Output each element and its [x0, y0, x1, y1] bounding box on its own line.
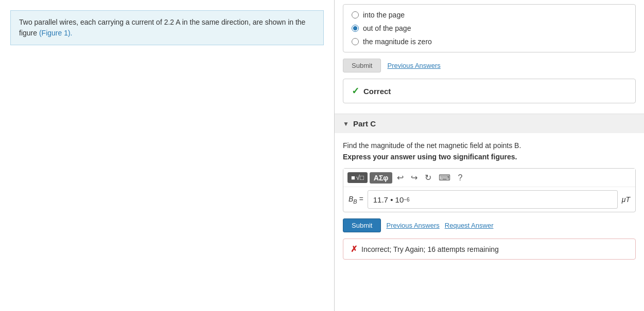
- radio-option-out-of-page[interactable]: out of the page: [352, 24, 627, 32]
- correct-label: Correct: [363, 87, 391, 96]
- part-c-content: Find the magnitude of the net magnetic f…: [335, 133, 644, 268]
- x-icon: ✗: [351, 244, 357, 254]
- part-c-instruction: Express your answer using two significan…: [343, 153, 636, 161]
- triangle-icon: ▼: [343, 120, 349, 127]
- correct-box: ✓ Correct: [343, 79, 636, 103]
- check-icon: ✓: [352, 85, 359, 97]
- radio-options-box: into the page out of the page the magnit…: [343, 4, 636, 52]
- figure-link[interactable]: (Figure 1).: [39, 29, 73, 37]
- math-refresh-btn[interactable]: ↻: [422, 172, 434, 184]
- right-panel: into the page out of the page the magnit…: [335, 0, 644, 311]
- previous-answers-link-part-c[interactable]: Previous Answers: [386, 222, 439, 229]
- request-answer-link[interactable]: Request Answer: [445, 222, 494, 229]
- math-equation-label: BB =: [349, 195, 363, 205]
- math-input-row: BB = 11.7 • 10−6 μT: [343, 187, 635, 212]
- part-c-label: Part C: [353, 119, 376, 128]
- math-keyboard-btn[interactable]: ⌨: [436, 172, 453, 184]
- radio-into-page[interactable]: [352, 11, 359, 19]
- part-c-header: ▼ Part C: [335, 114, 644, 133]
- part-c-description: Find the magnitude of the net magnetic f…: [343, 141, 636, 150]
- math-alpha-btn[interactable]: ΑΣφ: [370, 172, 393, 184]
- math-help-btn[interactable]: ?: [455, 172, 465, 184]
- radio-magnitude-zero-label: the magnitude is zero: [363, 38, 432, 46]
- radio-magnitude-zero[interactable]: [352, 38, 359, 45]
- incorrect-box: ✗ Incorrect; Try Again; 16 attempts rema…: [343, 239, 636, 260]
- radio-into-page-label: into the page: [363, 11, 405, 19]
- question-text-box: Two parallel wires, each carrying a curr…: [10, 10, 324, 45]
- math-undo-btn[interactable]: ↩: [394, 172, 406, 184]
- math-format-btn[interactable]: ■ √□: [347, 172, 368, 183]
- radio-option-magnitude-zero[interactable]: the magnitude is zero: [352, 38, 627, 46]
- math-toolbar: ■ √□ ΑΣφ ↩ ↪ ↻ ⌨ ?: [343, 169, 635, 187]
- incorrect-message: Incorrect; Try Again; 16 attempts remain…: [361, 245, 499, 253]
- submit-row-part-b: Submit Previous Answers: [343, 59, 636, 72]
- submit-row-part-c: Submit Previous Answers Request Answer: [343, 218, 636, 232]
- math-square-icon: ■: [351, 174, 355, 181]
- radio-out-of-page-label: out of the page: [363, 24, 411, 32]
- previous-answers-link-part-b[interactable]: Previous Answers: [387, 62, 440, 69]
- left-panel: Two parallel wires, each carrying a curr…: [0, 0, 335, 311]
- math-redo-btn[interactable]: ↪: [408, 172, 420, 184]
- math-input-box: ■ √□ ΑΣφ ↩ ↪ ↻ ⌨ ? BB = 11.7 • 10−6 μT: [343, 168, 636, 212]
- radio-out-of-page[interactable]: [352, 25, 359, 32]
- submit-button-part-c[interactable]: Submit: [343, 218, 381, 232]
- math-sqrt-icon: √□: [356, 174, 364, 181]
- radio-option-into-page[interactable]: into the page: [352, 11, 627, 19]
- math-unit-label: μT: [622, 195, 630, 204]
- submit-button-part-b[interactable]: Submit: [343, 59, 381, 72]
- math-expression-field[interactable]: 11.7 • 10−6: [368, 190, 618, 209]
